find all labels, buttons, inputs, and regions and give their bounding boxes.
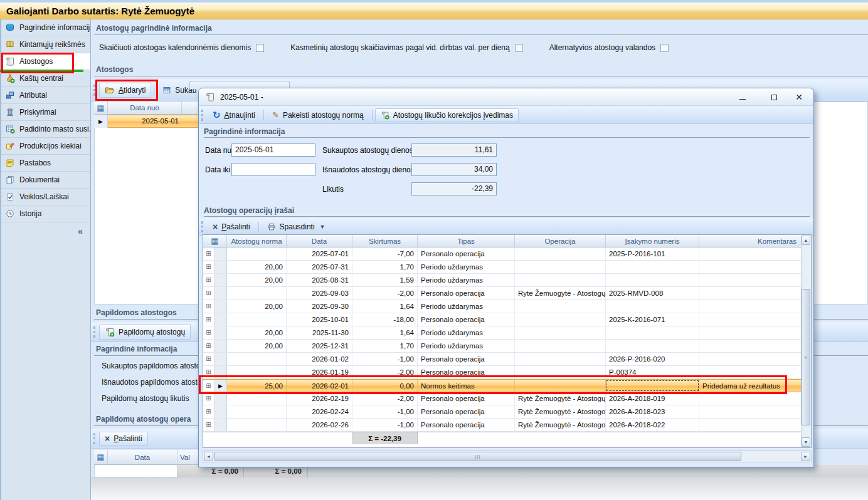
maximize-button[interactable] (766, 91, 781, 103)
row-selector[interactable] (214, 247, 227, 260)
print-button[interactable]: Spausdinti ▼ (262, 220, 331, 234)
cell-operacija (515, 353, 606, 365)
row-selector[interactable] (214, 419, 227, 431)
row-selector[interactable] (214, 261, 227, 273)
expand-icon[interactable]: ⊞ (203, 340, 214, 352)
vertical-scrollbar-thumb[interactable]: ≡ (802, 289, 810, 425)
checkbox-item[interactable]: Alternatyvios atostogų valandos (549, 43, 669, 52)
checkbox[interactable] (660, 44, 669, 52)
table-row[interactable]: ⊞ 20,00 2025-07-31 1,70 Periodo uždaryma… (203, 261, 811, 274)
horizontal-scrollbar-thumb[interactable]: ||| (214, 452, 741, 461)
minimize-button[interactable] (735, 91, 750, 103)
column-header-data[interactable]: Data (108, 450, 177, 464)
column-header[interactable]: Operacija (515, 235, 606, 247)
accumulated-days-field[interactable]: 11,61 (411, 143, 497, 157)
sidebar-item-veiklos-laiskai[interactable]: Veiklos/Laiškai (1, 189, 90, 206)
row-selector[interactable] (214, 274, 227, 286)
scroll-down-arrow[interactable]: ▼ (802, 437, 810, 447)
table-row[interactable]: ⊞ 20,00 2025-09-30 1,64 Periodo uždaryma… (203, 300, 811, 313)
table-row[interactable]: ⊞ ▶ 25,00 2026-02-01 0,00 Normos keitima… (203, 379, 811, 392)
checkbox[interactable] (256, 44, 264, 52)
close-button[interactable]: ✕ (791, 91, 807, 103)
sidebar-item-pagrindine-informacija[interactable]: Pagrindinė informacija (1, 19, 90, 36)
date-to-field[interactable] (231, 163, 315, 176)
change-norm-button[interactable]: ✎ Pakeisti atostogų normą (267, 108, 369, 122)
horizontal-scrollbar[interactable]: ◄ ||| ► (203, 451, 812, 462)
column-header[interactable]: Įsakymo numeris (606, 235, 699, 247)
dialog-titlebar[interactable]: 2025-05-01 - (199, 88, 813, 106)
row-selector[interactable]: ▶ (214, 380, 227, 392)
table-row[interactable]: ⊞ 2025-07-01 -7,00 Personalo operacija 2… (203, 247, 811, 261)
row-selector[interactable] (214, 392, 227, 405)
row-selector[interactable] (214, 326, 227, 339)
balance-field[interactable]: -22,39 (411, 182, 497, 195)
expand-icon[interactable]: ⊞ (203, 380, 214, 392)
grid-corner-icon[interactable]: ▦ (94, 450, 108, 464)
expand-icon[interactable]: ⊞ (203, 366, 214, 378)
sidebar-item-istorija[interactable]: Istorija (1, 206, 90, 222)
table-row[interactable]: ⊞ 2026-02-24 -1,00 Personalo operacija R… (203, 405, 811, 419)
scroll-right-arrow[interactable]: ► (801, 452, 810, 461)
table-row[interactable]: ⊞ 20,00 2025-11-30 1,64 Periodo uždaryma… (203, 326, 811, 340)
sidebar-item-atributai[interactable]: Atributai (1, 87, 90, 104)
sidebar-item-atostogos[interactable]: Atostogos (1, 53, 90, 70)
expand-icon[interactable]: ⊞ (203, 313, 214, 326)
expand-icon[interactable]: ⊞ (203, 261, 214, 273)
table-row[interactable]: ⊞ 2026-02-19 -2,00 Personalo operacija R… (203, 392, 811, 405)
row-selector[interactable] (214, 353, 227, 365)
checkbox-item[interactable]: Skaičiuoti atostogas kalendorinėmis dien… (99, 43, 264, 52)
table-row[interactable]: ⊞ 2026-02-26 -1,00 Personalo operacija R… (203, 419, 811, 432)
expand-icon[interactable]: ⊞ (203, 247, 214, 260)
table-row[interactable]: ⊞ 2025-10-01 -18,00 Personalo operacija … (203, 313, 811, 326)
sidebar-collapse-button[interactable]: « (1, 222, 90, 239)
ops-remove-button[interactable]: × Pašalinti (207, 220, 256, 234)
checkbox[interactable] (515, 44, 523, 52)
sidebar-item-kintamuju-reiksmes[interactable]: Kintamųjų reikšmės (1, 36, 90, 53)
cell-norma (227, 419, 287, 431)
row-selector[interactable] (214, 405, 227, 418)
expand-icon[interactable]: ⊞ (203, 392, 214, 405)
table-row[interactable]: ⊞ 20,00 2025-08-31 1,59 Periodo uždaryma… (203, 274, 811, 287)
date-from-field[interactable]: 2025-05-01 (231, 143, 315, 157)
scroll-left-arrow[interactable]: ◄ (204, 452, 213, 461)
table-row[interactable]: ⊞ 20,00 2025-12-31 1,70 Periodo uždaryma… (203, 340, 811, 353)
sidebar-item-pastabos[interactable]: Pastabos (1, 155, 90, 172)
expand-icon[interactable]: ⊞ (203, 300, 214, 313)
scroll-up-arrow[interactable]: ▲ (802, 236, 810, 245)
remove-button[interactable]: × Pašalinti (99, 432, 148, 445)
expand-icon[interactable]: ⊞ (203, 419, 214, 431)
table-row[interactable]: ⊞ 2025-09-03 -2,00 Personalo operacija R… (203, 287, 811, 300)
sidebar-item-kastu-centrai[interactable]: Kaštų centrai (1, 70, 90, 87)
sidebar-item-dokumentai[interactable]: Dokumentai (1, 172, 90, 189)
column-header-data-nuo[interactable]: Data nuo (108, 102, 182, 114)
checkbox-item[interactable]: Kasmetinių atostogų skaičiavimas pagal v… (290, 43, 523, 52)
column-header[interactable]: Data (287, 235, 352, 247)
column-header[interactable]: Skirtumas (352, 235, 418, 247)
used-days-field[interactable]: 34,00 (411, 163, 497, 176)
label-additional-balance: Papildomų atostogų likutis (102, 394, 189, 403)
row-selector[interactable] (214, 287, 227, 299)
row-selector[interactable] (214, 340, 227, 352)
column-header[interactable]: Tipas (418, 235, 515, 247)
expand-icon[interactable]: ⊞ (203, 353, 214, 365)
grid-corner-icon[interactable]: ▦ (94, 102, 108, 114)
sidebar-item-priskyrimai[interactable]: Priskyrimai (1, 104, 90, 121)
expand-icon[interactable]: ⊞ (203, 326, 214, 339)
column-header[interactable]: Atostogų norma (227, 235, 287, 247)
open-button[interactable]: Atidaryti (99, 83, 151, 98)
expand-icon[interactable]: ⊞ (203, 274, 214, 286)
sidebar-item-padidinto-masto[interactable]: Padidinto masto susi... (1, 121, 90, 138)
column-header[interactable]: Komentaras (699, 235, 802, 247)
sidebar-item-produkcijos-kiekiai[interactable]: Produkcijos kiekiai (1, 138, 90, 155)
table-row[interactable]: ⊞ 2026-01-19 -2,00 Personalo operacija P… (203, 366, 811, 379)
grid-corner-icon[interactable]: ▦ (203, 235, 227, 247)
row-selector[interactable] (214, 313, 227, 326)
table-row[interactable]: ⊞ 2026-01-02 -1,00 Personalo operacija 2… (203, 353, 811, 366)
balance-correction-button[interactable]: Atostogų likučio korekcijos įvedimas (375, 108, 519, 122)
row-selector[interactable] (214, 366, 227, 378)
refresh-button[interactable]: ↻ Atnaujinti (207, 108, 261, 122)
row-selector[interactable] (214, 300, 227, 313)
additional-vacations-button[interactable]: Papildomų atostogų (99, 325, 191, 340)
expand-icon[interactable]: ⊞ (203, 405, 214, 418)
expand-icon[interactable]: ⊞ (203, 287, 214, 299)
